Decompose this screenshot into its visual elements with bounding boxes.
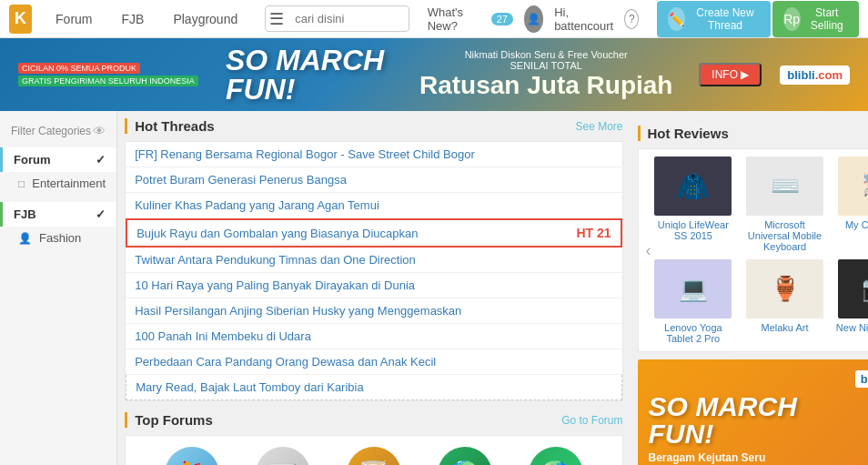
thread-item[interactable]: Perbedaan Cara Pandang Orang Dewasa dan … <box>126 349 621 375</box>
see-more-link[interactable]: See More <box>576 120 623 133</box>
thread-item[interactable]: [FR] Renang Bersama Regional Bogor - Sav… <box>126 142 621 167</box>
hamburger-icon[interactable]: ☰ <box>266 9 288 29</box>
sidebar-item-entertainment[interactable]: □ Entertainment <box>0 172 116 195</box>
reviews-container: ‹ 🧥 Uniqlo LifeWear SS 2015 ⌨️ Microsoft… <box>638 148 868 352</box>
search-input[interactable] <box>288 8 409 29</box>
review-item-uniqlo[interactable]: 🧥 Uniqlo LifeWear SS 2015 <box>651 157 736 252</box>
thread-item[interactable]: Potret Buram Generasi Penerus Bangsa <box>126 167 621 193</box>
start-selling-button[interactable]: Rp Start Selling <box>772 1 859 37</box>
threads-list: [FR] Renang Bersama Regional Bogor - Sav… <box>125 141 622 401</box>
main-layout: Filter Categories 👁 Forum ✓ □ Entertainm… <box>0 111 868 465</box>
top-forums-panel: Top Forums Go to Forum ‹ 🍹 The Lounge 📰 <box>125 412 622 465</box>
thread-item[interactable]: Kuliner Khas Padang yang Jarang Agan Tem… <box>126 193 621 218</box>
forum-chevron-icon: ✓ <box>96 153 106 167</box>
hot-reviews-title: Hot Reviews <box>648 126 729 141</box>
forum-section-label: Forum <box>14 153 50 167</box>
banner-badge-cicilan: CICILAN 0% SEMUA PRODUK <box>18 63 140 74</box>
forum-item-kalimantan[interactable]: 🌏 Kalimantan Barat <box>510 447 601 465</box>
forums-carousel: ‹ 🍹 The Lounge 📰 Berita Dan Politik <box>125 435 622 465</box>
review-item-keyboard[interactable]: ⌨️ Microsoft Universal Mobile Keyboard <box>742 157 827 252</box>
forum-item-lounge[interactable]: 🍹 The Lounge <box>146 447 237 465</box>
review-item-nikon[interactable]: 📷 New Nikon D5500 <box>834 259 868 344</box>
entertainment-label: Entertainment <box>32 177 106 190</box>
whats-new-label[interactable]: What's New? <box>428 5 477 33</box>
review-item-lenovo[interactable]: 💻 Lenovo Yoga Tablet 2 Pro <box>651 259 736 344</box>
rp-icon: Rp <box>783 7 801 31</box>
thread-item[interactable]: Twitwar Antara Pendukung Timnas dan One … <box>126 248 621 273</box>
side-banner-subtitle: FUN! <box>649 420 868 448</box>
fjb-chevron-icon: ✓ <box>96 207 106 221</box>
thread-item-dashed[interactable]: Mary Read, Bajak Laut Tomboy dari Karibi… <box>126 375 621 400</box>
review-item-clay[interactable]: 🎠 My Clay Shop <box>834 157 868 252</box>
forum-item-madura[interactable]: 🌍 Madura <box>419 447 510 465</box>
fashion-label: Fashion <box>39 231 81 245</box>
side-banner-tagline: Beragam Kejutan Seru <box>649 451 868 464</box>
banner-amount: Ratusan Juta Rupiah <box>411 71 681 100</box>
lenovo-image: 💻 <box>654 259 732 318</box>
thread-item[interactable]: 10 Hari Raya yang Paling Banyak Dirayaka… <box>126 273 621 298</box>
kalimantan-icon: 🌏 <box>529 447 583 465</box>
forum-section: Forum ✓ □ Entertainment <box>0 147 116 195</box>
filter-header: Filter Categories 👁 <box>0 118 116 144</box>
fjb-section-header[interactable]: FJB ✓ <box>0 202 116 227</box>
blibli-dot: .com <box>815 68 843 82</box>
two-col: Hot Threads See More [FR] Renang Bersama… <box>125 118 868 465</box>
forum-section-header[interactable]: Forum ✓ <box>0 147 116 172</box>
nav-fjb[interactable]: FJB <box>116 8 150 30</box>
lounge-icon: 🍹 <box>165 447 219 465</box>
lounge-pictures-icon: 🍸 <box>347 447 401 465</box>
filter-icon[interactable]: 👁 <box>93 124 106 138</box>
start-selling-label: Start Selling <box>806 6 848 32</box>
whats-new-badge: 27 <box>491 13 513 25</box>
nikon-label: New Nikon D5500 <box>836 322 868 333</box>
nav-playground[interactable]: Playground <box>167 8 243 30</box>
side-banner-title: SO MARCH <box>649 393 868 420</box>
thread-item[interactable]: 100 Panah Ini Membeku di Udara <box>126 324 621 349</box>
review-item-melaku[interactable]: 🏺 Melaku Art <box>742 259 827 344</box>
right-col: Hot Reviews Go To FJB ‹ 🧥 Uniqlo LifeWea… <box>631 118 868 465</box>
clay-image: 🎠 <box>838 157 868 216</box>
banner-desc2: SENILAI TOTAL <box>411 60 681 71</box>
hot-threads-title: Hot Threads <box>135 118 215 134</box>
banner-desc1: Nikmati Diskon Seru & Free Voucher <box>411 49 681 60</box>
entertainment-icon: □ <box>18 177 25 190</box>
create-thread-button[interactable]: ✏️ Create New Thread <box>657 1 770 37</box>
sidebar-item-fashion[interactable]: 👤 Fashion <box>0 227 116 249</box>
top-banner: CICILAN 0% SEMUA PRODUK GRATIS PENGIRIMA… <box>0 38 868 111</box>
fjb-section-label: FJB <box>14 207 36 221</box>
melaku-label: Melaku Art <box>762 322 809 333</box>
top-forums-header: Top Forums Go to Forum <box>125 412 622 428</box>
left-col: Hot Threads See More [FR] Renang Bersama… <box>125 118 622 465</box>
reviews-row: ‹ 🧥 Uniqlo LifeWear SS 2015 ⌨️ Microsoft… <box>646 157 868 344</box>
ht-badge: HT 21 <box>576 226 611 240</box>
action-buttons: ✏️ Create New Thread Rp Start Selling <box>657 1 859 37</box>
logo[interactable]: K <box>9 5 32 34</box>
banner-info-button[interactable]: INFO ▶ <box>699 63 762 86</box>
side-banner: blibli.com SO MARCH FUN! Beragam Kejutan… <box>638 359 868 465</box>
forum-item-berita[interactable]: 📰 Berita Dan Politik <box>237 447 328 465</box>
uniqlo-label: Uniqlo LifeWear SS 2015 <box>651 219 736 241</box>
top-forums-title: Top Forums <box>135 412 213 428</box>
avatar[interactable]: 👤 <box>524 5 543 33</box>
nav-forum[interactable]: Forum <box>50 8 97 30</box>
main-content: Hot Threads See More [FR] Renang Bersama… <box>117 111 868 465</box>
berita-icon: 📰 <box>256 447 310 465</box>
banner-center: Nikmati Diskon Seru & Free Voucher SENIL… <box>411 49 681 100</box>
blibli-text: blibli <box>787 68 814 82</box>
fjb-section: FJB ✓ 👤 Fashion <box>0 202 116 249</box>
filter-label: Filter Categories <box>11 125 91 137</box>
forum-item-lounge-pictures[interactable]: 🍸 Lounge Pictures & Video <box>328 447 419 465</box>
reviews-grid: 🧥 Uniqlo LifeWear SS 2015 ⌨️ Microsoft U… <box>651 157 868 344</box>
keyboard-image: ⌨️ <box>746 157 823 216</box>
nikon-image: 📷 <box>838 259 868 318</box>
fashion-icon: 👤 <box>18 232 32 245</box>
search-bar: ☰ 🔍 <box>265 5 409 32</box>
clay-label: My Clay Shop <box>845 219 868 230</box>
hot-reviews-header: Hot Reviews Go To FJB <box>638 126 868 141</box>
go-to-forum-link[interactable]: Go to Forum <box>561 414 622 427</box>
melaku-image: 🏺 <box>746 259 823 318</box>
help-icon[interactable]: ? <box>624 9 639 29</box>
thread-item-highlighted[interactable]: Bujuk Rayu dan Gombalan yang Biasanya Di… <box>126 218 621 248</box>
keyboard-label: Microsoft Universal Mobile Keyboard <box>742 219 827 252</box>
thread-item[interactable]: Hasil Persilangan Anjing Siberian Husky … <box>126 298 621 324</box>
